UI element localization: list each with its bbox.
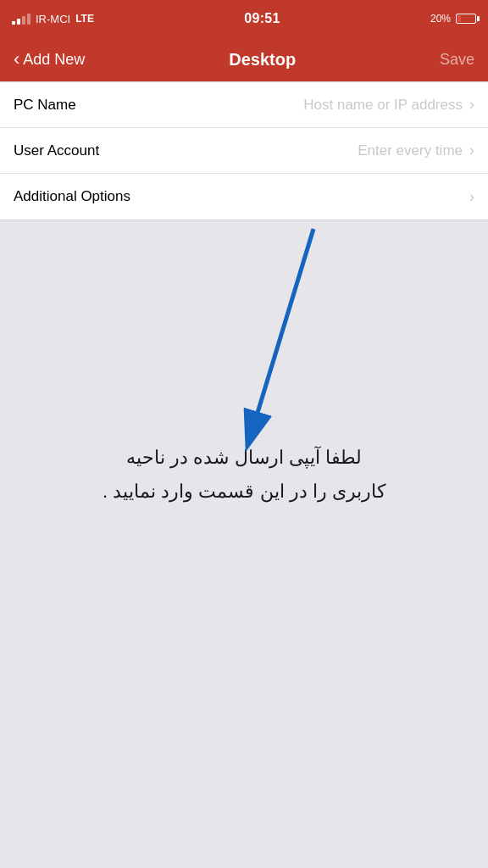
user-account-row[interactable]: User Account Enter every time › bbox=[0, 128, 488, 174]
signal-icon bbox=[12, 14, 30, 25]
battery-icon bbox=[456, 14, 476, 24]
svg-line-1 bbox=[254, 229, 313, 424]
user-account-label: User Account bbox=[14, 142, 149, 159]
user-account-value: Enter every time bbox=[149, 142, 469, 159]
network-type: LTE bbox=[75, 13, 94, 25]
status-time: 09:51 bbox=[244, 11, 280, 26]
status-bar: IR-MCI LTE 09:51 20% bbox=[0, 0, 488, 37]
pc-name-chevron-icon: › bbox=[469, 96, 474, 114]
save-button[interactable]: Save bbox=[440, 51, 474, 69]
persian-line2: کاربری را در این قسمت وارد نمایید . bbox=[25, 475, 463, 509]
back-chevron-icon: ‹ bbox=[14, 50, 19, 69]
carrier-name: IR-MCI bbox=[36, 13, 70, 25]
status-right: 20% bbox=[430, 13, 476, 25]
page-title: Desktop bbox=[229, 50, 296, 70]
settings-list: PC Name Host name or IP address › User A… bbox=[0, 81, 488, 220]
battery-percent: 20% bbox=[430, 13, 451, 25]
additional-options-label: Additional Options bbox=[14, 188, 149, 205]
additional-options-chevron-icon: › bbox=[469, 188, 474, 206]
back-button[interactable]: ‹ Add New bbox=[14, 51, 85, 69]
persian-instruction-text: لطفا آیپی ارسال شده در ناحیه کاربری را د… bbox=[25, 441, 463, 508]
back-label: Add New bbox=[23, 51, 85, 69]
gray-area: لطفا آیپی ارسال شده در ناحیه کاربری را د… bbox=[0, 220, 488, 763]
additional-options-row[interactable]: Additional Options › bbox=[0, 174, 488, 220]
navigation-bar: ‹ Add New Desktop Save bbox=[0, 37, 488, 81]
persian-line1: لطفا آیپی ارسال شده در ناحیه bbox=[25, 441, 463, 475]
pc-name-row[interactable]: PC Name Host name or IP address › bbox=[0, 82, 488, 128]
pc-name-label: PC Name bbox=[14, 97, 149, 114]
status-left: IR-MCI LTE bbox=[12, 13, 94, 25]
arrow-annotation bbox=[0, 220, 488, 475]
user-account-chevron-icon: › bbox=[469, 142, 474, 159]
pc-name-value: Host name or IP address bbox=[149, 97, 469, 114]
